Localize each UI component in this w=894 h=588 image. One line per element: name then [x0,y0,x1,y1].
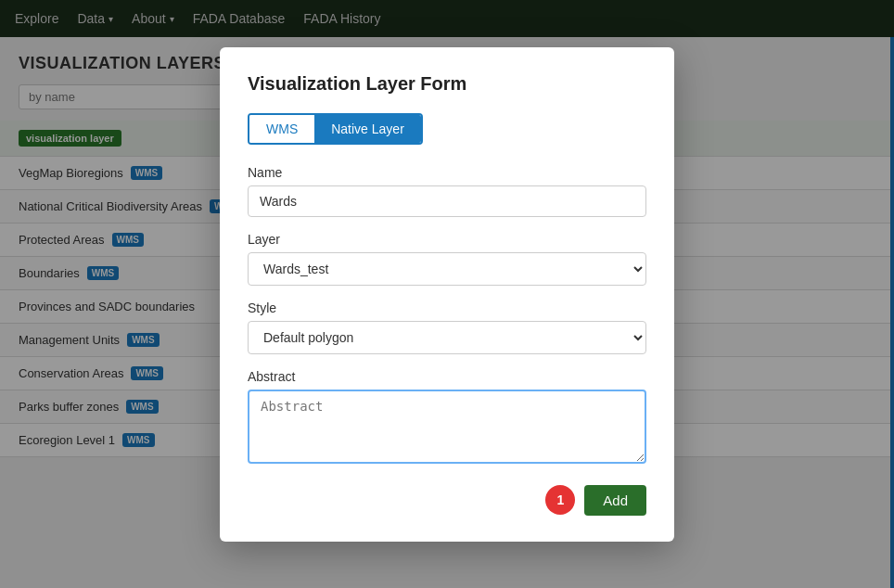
abstract-label: Abstract [248,369,646,384]
abstract-textarea[interactable] [248,390,646,464]
name-input[interactable] [248,185,646,217]
style-label: Style [248,300,646,315]
tab-wms[interactable]: WMS [249,115,314,143]
notification-badge: 1 [545,485,575,515]
layer-field-group: Layer Wards_test [248,232,646,286]
name-label: Name [248,165,646,180]
visualization-layer-form-modal: Visualization Layer Form WMS Native Laye… [220,47,674,542]
add-button[interactable]: Add [584,485,646,516]
modal-footer: 1 Add [248,485,646,516]
style-field-group: Style Default polygon [248,300,646,354]
tab-native-layer[interactable]: Native Layer [314,115,421,143]
tab-group: WMS Native Layer [248,113,423,145]
style-select[interactable]: Default polygon [248,321,646,354]
layer-select[interactable]: Wards_test [248,252,646,286]
name-field-group: Name [248,165,646,217]
modal-title: Visualization Layer Form [248,73,646,95]
abstract-field-group: Abstract [248,369,646,467]
layer-label: Layer [248,232,646,247]
modal-overlay: Visualization Layer Form WMS Native Laye… [0,0,894,588]
